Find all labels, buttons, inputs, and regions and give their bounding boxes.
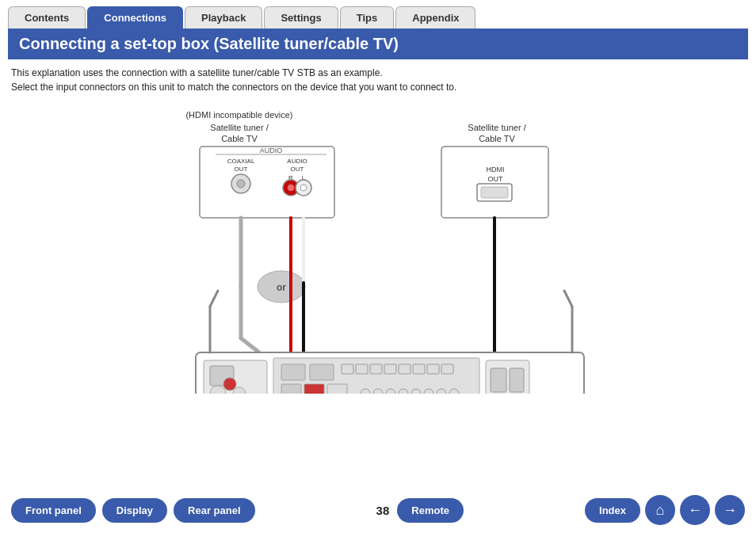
description-line1: This explanation uses the connection wit…	[11, 66, 745, 80]
svg-rect-51	[399, 364, 410, 374]
svg-rect-67	[491, 368, 506, 392]
svg-rect-55	[281, 384, 301, 394]
back-icon: ←	[688, 502, 702, 519]
rear-panel-button[interactable]: Rear panel	[174, 498, 254, 523]
svg-rect-3	[200, 147, 334, 218]
index-button[interactable]: Index	[585, 498, 640, 523]
svg-rect-49	[370, 364, 382, 374]
svg-rect-52	[413, 364, 425, 374]
svg-rect-68	[510, 368, 524, 392]
svg-text:OUT: OUT	[291, 166, 304, 173]
svg-rect-46	[310, 364, 334, 380]
svg-rect-53	[427, 364, 439, 374]
tab-connections[interactable]: Connections	[87, 6, 183, 29]
bottom-nav-right: Index ⌂ ← →	[585, 495, 745, 525]
svg-line-29	[241, 338, 259, 352]
svg-rect-57	[327, 384, 347, 394]
svg-text:OUT: OUT	[235, 166, 248, 173]
page-title: Connecting a set-top box (Satellite tune…	[8, 29, 748, 59]
svg-text:OUT: OUT	[488, 175, 504, 183]
connection-diagram: (HDMI incompatible device) Satellite tun…	[13, 101, 743, 394]
svg-point-9	[237, 180, 245, 188]
remote-button[interactable]: Remote	[397, 498, 464, 523]
svg-text:(HDMI incompatible device): (HDMI incompatible device)	[185, 110, 292, 120]
home-icon: ⌂	[656, 502, 665, 519]
svg-text:Satellite tuner /: Satellite tuner /	[210, 123, 269, 132]
svg-rect-24	[481, 187, 508, 198]
svg-line-72	[564, 291, 572, 306]
svg-rect-47	[342, 364, 353, 374]
diagram-area: (HDMI incompatible device) Satellite tun…	[0, 97, 756, 397]
svg-text:AUDIO: AUDIO	[260, 147, 283, 154]
forward-icon: →	[723, 502, 737, 519]
tab-contents[interactable]: Contents	[8, 6, 86, 29]
svg-point-41	[223, 378, 236, 390]
tab-tips[interactable]: Tips	[340, 6, 395, 29]
svg-text:Cable TV: Cable TV	[221, 134, 258, 143]
svg-text:AUDIO: AUDIO	[287, 158, 307, 165]
bottom-nav-left: Front panel Display Rear panel	[11, 498, 255, 523]
svg-text:Cable TV: Cable TV	[479, 134, 515, 143]
svg-rect-48	[356, 364, 368, 374]
top-navigation: Contents Connections Playback Settings T…	[0, 0, 756, 29]
front-panel-button[interactable]: Front panel	[11, 498, 96, 523]
display-button[interactable]: Display	[102, 498, 167, 523]
bottom-center: 38 Remote	[376, 498, 464, 523]
bottom-navigation: Front panel Display Rear panel 38 Remote…	[0, 487, 756, 533]
svg-line-70	[210, 291, 218, 306]
svg-point-17	[300, 185, 307, 191]
svg-rect-50	[384, 364, 396, 374]
description-line2: Select the input connectors on this unit…	[11, 80, 745, 94]
diagram-svg: (HDMI incompatible device) Satellite tun…	[13, 101, 743, 394]
back-button[interactable]: ←	[680, 495, 710, 525]
svg-text:Satellite tuner /: Satellite tuner /	[468, 123, 526, 132]
svg-rect-45	[281, 364, 305, 380]
page-description: This explanation uses the connection wit…	[0, 59, 756, 97]
tab-playback[interactable]: Playback	[185, 6, 262, 29]
svg-rect-54	[441, 364, 453, 374]
svg-text:COAXIAL: COAXIAL	[227, 158, 255, 165]
svg-text:or: or	[277, 282, 286, 293]
svg-point-15	[288, 185, 294, 191]
tab-settings[interactable]: Settings	[264, 6, 338, 29]
tab-appendix[interactable]: Appendix	[395, 6, 475, 29]
page-number: 38	[376, 504, 390, 517]
forward-button[interactable]: →	[715, 495, 745, 525]
home-button[interactable]: ⌂	[645, 495, 675, 525]
svg-rect-56	[304, 384, 324, 394]
svg-text:HDMI: HDMI	[487, 166, 505, 173]
